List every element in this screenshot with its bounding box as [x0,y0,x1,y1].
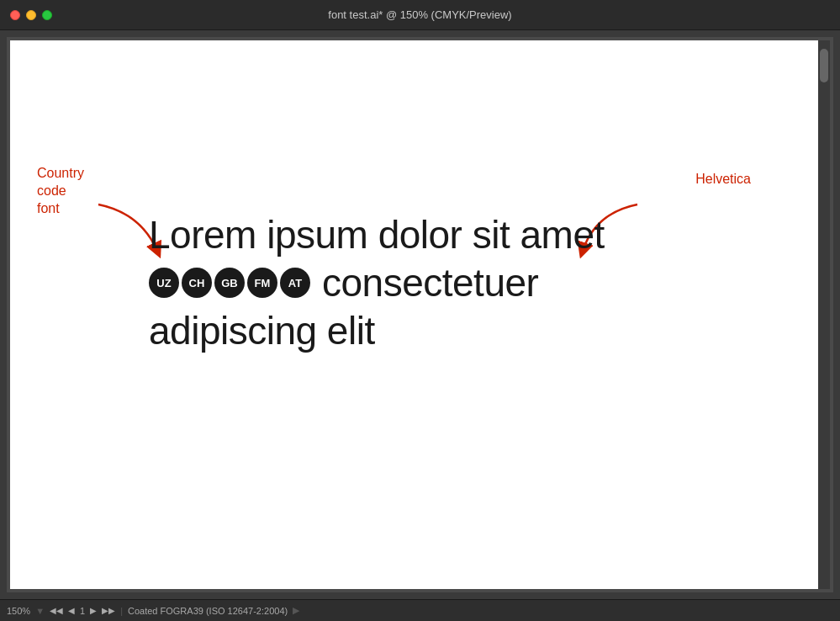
lorem-line1: Lorem ipsum dolor sit amet [149,213,768,257]
prev-button[interactable]: ◀ [68,606,75,615]
maximize-button[interactable] [42,10,52,20]
scroll-thumb[interactable] [820,49,828,82]
canvas-wrapper: Countrycodefont Helvetica [7,37,833,592]
zoom-level: 150% [7,606,30,616]
next-page-button[interactable]: ▶▶ [102,606,115,615]
country-badge-uz: UZ [149,268,179,298]
canvas[interactable]: Countrycodefont Helvetica [10,40,818,589]
scroll-bar[interactable] [818,40,830,589]
window-title: font test.ai* @ 150% (CMYK/Preview) [328,8,511,21]
country-badge-ch: CH [182,268,212,298]
main-area: Countrycodefont Helvetica [0,30,840,599]
annotation-helvetica: Helvetica [695,171,751,188]
page-number: 1 [80,606,85,616]
close-button[interactable] [10,10,20,20]
title-bar: font test.ai* @ 150% (CMYK/Preview) [0,0,840,30]
lorem-line3: adipiscing elit [149,309,768,353]
bottom-bar: 150% ▼ ◀◀ ◀ 1 ▶ ▶▶ | Coated FOGRA39 (ISO… [0,599,840,621]
country-codes: UZ CH GB FM AT [149,268,310,298]
next-button[interactable]: ▶ [90,606,97,615]
prev-page-button[interactable]: ◀◀ [50,606,63,615]
country-badge-gb: GB [214,268,245,298]
color-profile: Coated FOGRA39 (ISO 12647-2:2004) [128,606,288,616]
annotation-country-code: Countrycodefont [37,165,84,217]
content-block: Lorem ipsum dolor sit amet UZ CH GB FM A… [149,213,768,353]
middle-line: UZ CH GB FM AT consectetuer [149,261,768,305]
country-badge-at: AT [280,268,310,298]
minimize-button[interactable] [26,10,36,20]
window-controls[interactable] [10,10,52,20]
country-badge-fm: FM [247,268,277,298]
lorem-line2: consectetuer [322,261,538,305]
